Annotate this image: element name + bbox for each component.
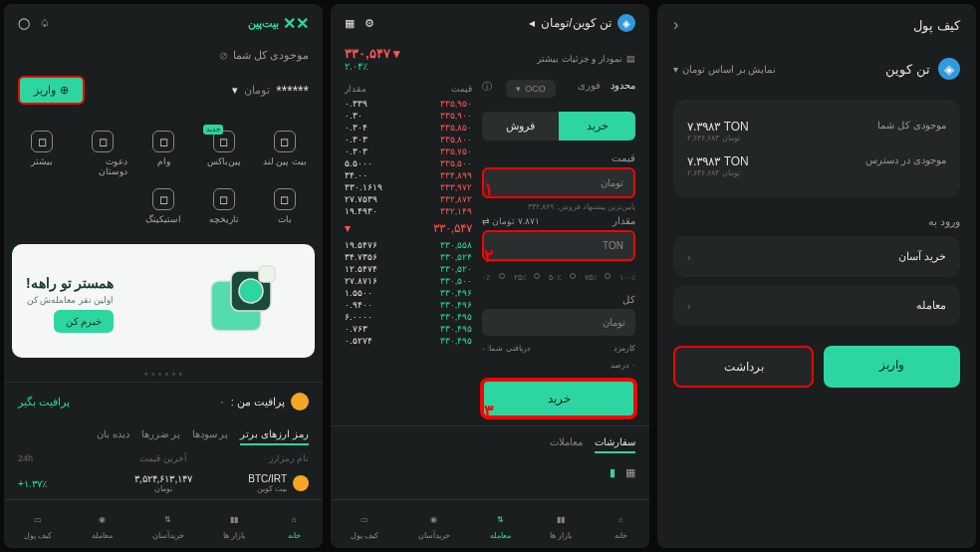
total-balance-row: موجودی کل شما ۷.۳۹۸۳ TON ۲,۶۳۶,۶۸۳ تومان xyxy=(687,114,946,148)
submit-buy-button[interactable]: خرید xyxy=(482,380,635,417)
nav-easy-buy[interactable]: خرید آسان ‹ xyxy=(673,236,960,277)
chart-link[interactable]: ▤ نمودار و جزئیات بیشتر xyxy=(537,46,635,72)
tab-losers[interactable]: پر ضرر‌ها xyxy=(141,428,180,445)
total-value-block: ۷.۳۹۸۳ TON ۲,۶۳۶,۶۸۳ تومان xyxy=(687,120,749,142)
ask-row[interactable]: ۳۳۲,۸۷۲۲۷.۷۵۳۹ xyxy=(345,193,472,205)
tab-market[interactable]: فوری xyxy=(578,80,601,98)
amount-input[interactable]: TON xyxy=(482,230,635,261)
price-row: ▤ نمودار و جزئیات بیشتر ▾ ۳۳۰,۵۴۷ ۲.۰۴٪ xyxy=(331,42,649,80)
bid-row[interactable]: ۳۳۰,۵۲۴۳۴.۷۳۵۶ xyxy=(345,251,472,263)
nav-easybuy[interactable]: ⇅خریدآسان xyxy=(152,510,184,540)
grid-item[interactable]: جدید◻پین‌باکس xyxy=(195,127,252,180)
balance-box: موجودی کل شما ۷.۳۹۸۳ TON ۲,۶۳۶,۶۸۳ تومان… xyxy=(673,100,960,197)
feature-icon: ◻ xyxy=(152,188,174,210)
deposit-button[interactable]: واریز xyxy=(824,346,960,388)
back-icon[interactable]: ‹ xyxy=(673,16,678,34)
change-cell: +۱.۳۷٪ xyxy=(18,478,115,489)
nav-markets[interactable]: ▮▮بازار ها xyxy=(223,510,245,540)
table-row[interactable]: BTC/IRT بیت کوین ۳,۵۲۴,۶۱۳,۱۴۷ تومان +۱.… xyxy=(4,467,323,499)
ask-row[interactable]: ۳۳۵,۹۰۰۰.۳۰ xyxy=(345,110,472,122)
ton-icon: ◈ xyxy=(617,14,635,32)
ask-row[interactable]: ۳۳۴,۸۹۹۳۴.۰۰ xyxy=(345,169,472,181)
annotation-2: ۲ xyxy=(484,245,494,267)
bid-row[interactable]: ۳۳۰,۵۲۰۱۲.۵۴۷۴ xyxy=(345,263,472,275)
grid-item[interactable]: ◻بات xyxy=(256,184,313,228)
bid-row[interactable]: ۳۳۰,۴۹۵۰.۵۲۷۴ xyxy=(345,335,472,347)
bid-row[interactable]: ۳۳۰,۴۹۶۰.۹۴۰۰ xyxy=(345,299,472,311)
tab-watch[interactable]: دیده بان xyxy=(97,428,129,445)
ton-icon: ◈ xyxy=(938,58,960,80)
bid-row[interactable]: ۳۳۰,۴۹۵۰.۷۶۳ xyxy=(345,323,472,335)
nav-wallet[interactable]: ▭کیف پول xyxy=(24,510,52,540)
info-icon[interactable]: ⓘ xyxy=(482,80,492,98)
buy-tab[interactable]: خرید xyxy=(559,112,635,140)
ask-row[interactable]: ۳۳۵,۷۵۰۰.۳۰۳ xyxy=(345,145,472,157)
price-input[interactable]: تومان xyxy=(482,167,635,198)
bid-row[interactable]: ۳۳۰,۵۰۰۲۷.۸۷۱۶ xyxy=(345,275,472,287)
nav-markets[interactable]: ▮▮بازار ها xyxy=(550,510,572,540)
depth-icon2[interactable]: ▮ xyxy=(610,466,615,479)
deposit-button[interactable]: ⊕ واریز xyxy=(18,76,85,105)
order-form: محدود فوری OCO ▾ ⓘ خرید فروش قیمت تومان … xyxy=(482,80,635,417)
grid-item[interactable]: ◻بیشتر xyxy=(14,127,71,180)
profit-link[interactable]: پرافیت بگیر xyxy=(18,396,70,409)
eye-icon[interactable]: ⦸ xyxy=(220,49,227,62)
bell-icon[interactable]: ♤ xyxy=(40,17,50,30)
pair-selector[interactable]: ◈ تن کوین/تومان ◂ xyxy=(529,14,635,32)
chevron-down-icon[interactable]: ▾ xyxy=(232,84,238,97)
tab-top[interactable]: رمز ارز‌های برتر xyxy=(240,428,309,445)
nav-home[interactable]: ⌂خانه xyxy=(285,510,303,540)
amount-slider[interactable]: ۱۰۰٪ ۷۵٪ ۵۰٪ ۲۵٪ ۰٪ xyxy=(482,265,635,290)
bid-row[interactable]: ۳۳۰,۵۵۸۱۹.۵۴۷۶ xyxy=(345,239,472,251)
feature-icon: ◻ xyxy=(213,188,235,210)
available-value: ۷.۳۹۸۳ TON xyxy=(687,154,749,168)
bid-row[interactable]: ۳۳۰,۴۹۶۱.۵۵۰۰ xyxy=(345,287,472,299)
feature-grid: ◻بیت پین لندجدید◻پین‌باکس◻وام◻دعوت دوستا… xyxy=(4,119,323,236)
tab-oco[interactable]: OCO ▾ xyxy=(506,80,556,98)
ask-row[interactable]: ۳۳۵,۹۵۰۰.۳۳۹ xyxy=(345,98,472,110)
tab-limit[interactable]: محدود xyxy=(611,80,635,98)
tab-orders[interactable]: سفارشات xyxy=(595,436,635,453)
display-toggle[interactable]: نمایش بر اساس تومان ▾ xyxy=(673,64,776,75)
nav-trade[interactable]: معامله ‹ xyxy=(673,285,960,326)
ask-row[interactable]: ۳۳۵,۵۰۰۵.۵۰۰۰ xyxy=(345,157,472,169)
depth-icon[interactable]: ▦ xyxy=(625,466,635,479)
nav-trade[interactable]: ⇅معامله xyxy=(490,510,511,540)
depth-chart: ▦ ▮ xyxy=(331,457,649,487)
total-input[interactable]: تومان xyxy=(482,309,635,336)
grid-item[interactable]: ◻استیکینگ xyxy=(135,184,192,228)
sell-tab[interactable]: فروش xyxy=(482,112,559,140)
wallet-title: کیف پول xyxy=(913,18,960,33)
svg-point-2 xyxy=(239,279,263,303)
coin-name-block: ◈ تن کوین xyxy=(885,58,960,80)
available-label: موجودی در دسترس xyxy=(865,154,946,177)
grid-item[interactable]: ◻تاریخچه xyxy=(195,184,252,228)
wallet-screen: کیف پول ‹ ◈ تن کوین نمایش بر اساس تومان … xyxy=(657,4,976,548)
tab-gainers[interactable]: پر سود‌ها xyxy=(192,428,229,445)
grid-item[interactable]: ◻دعوت دوستان xyxy=(75,127,131,180)
grid-item[interactable]: ◻وام xyxy=(135,127,192,180)
ask-row[interactable]: ۳۳۲,۱۴۹۱۹.۴۹۳۰ xyxy=(345,205,472,217)
svg-rect-3 xyxy=(259,266,275,282)
calendar-icon[interactable]: ▦ xyxy=(345,17,355,30)
ask-row[interactable]: ۳۳۵,۸۵۰۰.۳۰۴ xyxy=(345,122,472,134)
nav-easybuy[interactable]: ◉خریدآسان xyxy=(418,510,450,540)
ask-row[interactable]: ۳۳۳,۹۷۲۳۳۰.۱۶۱۹ xyxy=(345,181,472,193)
grid-item[interactable]: ◻بیت پین لند xyxy=(256,127,313,180)
bid-row[interactable]: ۳۳۰,۴۹۵۶.۰۰۰۰ xyxy=(345,311,472,323)
tab-trades[interactable]: معاملات xyxy=(550,436,583,453)
nav-wallet[interactable]: ▭کیف پول xyxy=(351,510,378,540)
asks-list: ۳۳۵,۹۵۰۰.۳۳۹۳۳۵,۹۰۰۰.۳۰۳۳۵,۸۵۰۰.۳۰۴۳۳۵,۸… xyxy=(345,98,472,217)
user-icon[interactable]: ◯ xyxy=(18,17,30,30)
arrows-icon: ⇅ xyxy=(491,510,509,528)
banner-button[interactable]: خبرم کن xyxy=(54,310,115,333)
mid-price: ۳۳۰,۵۴۷▾ xyxy=(345,217,472,239)
nav-trade[interactable]: ◉معامله xyxy=(92,510,113,540)
wallet-icon: ▭ xyxy=(29,510,47,528)
ask-row[interactable]: ۳۳۵,۸۰۰۰.۳۰۳ xyxy=(345,134,472,145)
feature-icon: ◻ xyxy=(152,131,174,152)
nav-home[interactable]: ⌂خانه xyxy=(612,510,629,540)
settings-icon[interactable]: ⚙ xyxy=(365,17,374,30)
banner[interactable]: همستر تو راهه! اولین نفر معامله‌ش کن خبر… xyxy=(12,244,315,358)
withdraw-button[interactable]: برداشت xyxy=(673,346,814,388)
